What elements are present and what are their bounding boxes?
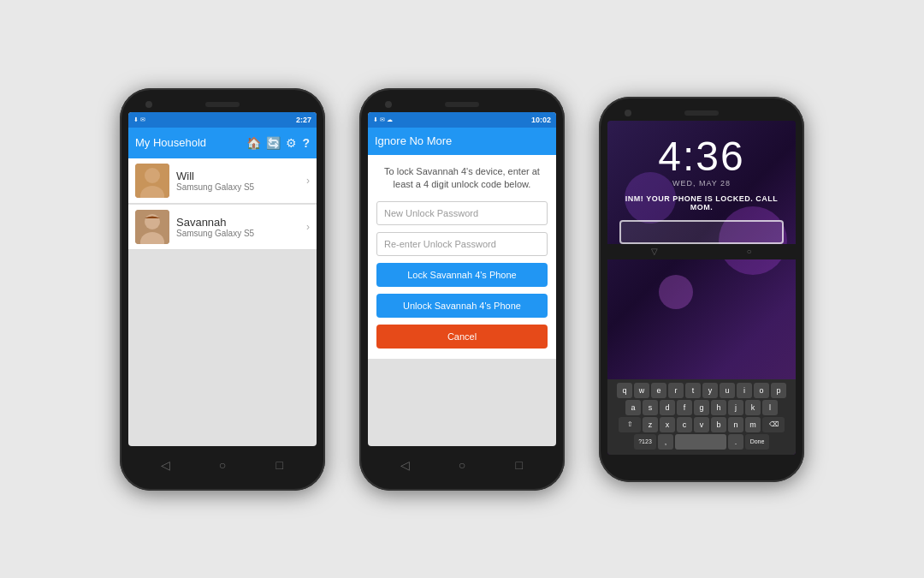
key-v[interactable]: v [694, 417, 709, 432]
user-name-savannah: Savannah [176, 216, 299, 229]
lock-message: INM! YOUR PHONE IS LOCKED. CALL MOM. [607, 194, 796, 212]
key-x[interactable]: x [660, 417, 675, 432]
user-device-savannah: Samsung Galaxy S5 [176, 229, 299, 238]
app-bar-1: My Household 🏠 🔄 ⚙ ? [128, 128, 317, 158]
key-u[interactable]: u [720, 383, 735, 398]
key-r[interactable]: r [668, 383, 684, 398]
lock-keyboard: q w e r t y u i o p a s d f g h [607, 379, 796, 455]
phone-3-screen: 4:36 WED, MAY 28 INM! YOUR PHONE IS LOCK… [607, 121, 796, 455]
reenter-password-input[interactable]: Re-enter Unlock Password [376, 232, 548, 256]
chevron-savannah: › [306, 221, 310, 233]
delete-key[interactable]: ⌫ [762, 417, 785, 432]
lock-input-area [619, 220, 784, 244]
lock-screen: 4:36 WED, MAY 28 INM! YOUR PHONE IS LOCK… [607, 121, 796, 455]
key-o[interactable]: o [754, 383, 769, 398]
comma-key[interactable]: , [658, 434, 673, 450]
lock-home-btn[interactable]: ○ [746, 247, 751, 256]
key-b[interactable]: b [711, 417, 726, 432]
home-button-1[interactable]: ○ [214, 456, 231, 474]
phone-2-screen: ⬇ ✉ ☁ 10:02 Ignore No More To lock Savan… [368, 112, 556, 446]
chevron-will: › [306, 175, 310, 187]
lock-input-box[interactable] [619, 220, 784, 244]
status-icons-left-2: ⬇ ✉ ☁ [373, 116, 393, 123]
key-t[interactable]: t [685, 383, 701, 398]
help-icon-1[interactable]: ? [302, 136, 310, 150]
key-i[interactable]: i [737, 383, 752, 398]
key-n[interactable]: n [728, 417, 743, 432]
user-item-savannah[interactable]: Savannah Samsung Galaxy S5 › [128, 205, 317, 250]
user-info-will: Will Samsung Galaxy S5 [176, 170, 299, 192]
key-q[interactable]: q [617, 383, 632, 398]
user-name-will: Will [176, 170, 299, 182]
key-l[interactable]: l [762, 400, 778, 415]
key-h[interactable]: h [711, 400, 726, 415]
new-password-input[interactable]: New Unlock Password [376, 201, 548, 225]
phone-speaker-2 [445, 102, 479, 107]
lock-back-btn[interactable]: ▽ [651, 247, 658, 256]
keyboard-row-2: a s d f g h j k l [609, 400, 794, 415]
user-item-will[interactable]: Will Samsung Galaxy S5 › [128, 158, 317, 204]
dialog-message: To lock Savannah 4's device, enter at le… [376, 165, 548, 192]
key-e[interactable]: e [651, 383, 666, 398]
dialog-content: To lock Savannah 4's device, enter at le… [368, 155, 556, 360]
key-a[interactable]: a [625, 400, 641, 415]
key-d[interactable]: d [660, 400, 675, 415]
bokeh-3 [659, 275, 693, 309]
avatar-will [135, 164, 169, 198]
key-z[interactable]: z [643, 417, 658, 432]
lock-nav-bar: ▽ ○ [607, 244, 796, 259]
done-key[interactable]: Done [745, 434, 769, 450]
phone-3: 4:36 WED, MAY 28 INM! YOUR PHONE IS LOCK… [599, 97, 804, 482]
back-button-1[interactable]: ◁ [157, 456, 174, 474]
key-s[interactable]: s [643, 400, 658, 415]
phone-1-navbar: ◁ ○ □ [128, 453, 317, 477]
phone-1: ⬇ ✉ 2:27 My Household 🏠 🔄 ⚙ ? [120, 88, 325, 491]
app-bar-2: Ignore No More [368, 128, 556, 155]
symbols-key[interactable]: ?123 [634, 434, 656, 450]
phone-2-navbar: ◁ ○ □ [368, 453, 556, 477]
keyboard-row-4: ?123 , . Done [609, 434, 794, 450]
key-y[interactable]: y [702, 383, 718, 398]
recents-button-2[interactable]: □ [511, 456, 528, 474]
lock-time: 4:36 [607, 136, 796, 177]
space-key[interactable] [675, 434, 726, 450]
phone-3-bottom [607, 462, 796, 468]
home-button-2[interactable]: ○ [453, 456, 471, 474]
cancel-button[interactable]: Cancel [376, 325, 548, 349]
front-camera-2 [385, 101, 392, 108]
user-list-1: Will Samsung Galaxy S5 › [128, 158, 317, 250]
user-info-savannah: Savannah Samsung Galaxy S5 [176, 216, 299, 238]
home-icon-1[interactable]: 🏠 [246, 136, 261, 150]
unlock-phone-button[interactable]: Unlock Savannah 4's Phone [376, 294, 548, 318]
avatar-savannah [135, 210, 169, 244]
refresh-icon-1[interactable]: 🔄 [266, 136, 281, 150]
phone-2-top [368, 102, 556, 107]
lock-time-area: 4:36 WED, MAY 28 [607, 121, 796, 188]
key-w[interactable]: w [634, 383, 649, 398]
lock-phone-button[interactable]: Lock Savannah 4's Phone [376, 263, 548, 287]
period-key[interactable]: . [728, 434, 743, 450]
keyboard-row-3: ⇧ z x c v b n m ⌫ [609, 417, 794, 432]
user-device-will: Samsung Galaxy S5 [176, 182, 299, 192]
shift-key[interactable]: ⇧ [619, 417, 641, 432]
key-g[interactable]: g [694, 400, 709, 415]
phone-speaker-1 [205, 102, 240, 107]
phone-speaker-3 [684, 110, 719, 116]
phone-1-screen: ⬇ ✉ 2:27 My Household 🏠 🔄 ⚙ ? [128, 112, 317, 446]
notification-icons-1: ⬇ ✉ [133, 116, 145, 123]
phone-1-top [128, 102, 317, 107]
settings-icon-1[interactable]: ⚙ [286, 136, 297, 150]
key-f[interactable]: f [677, 400, 692, 415]
app-title-1: My Household [135, 136, 241, 149]
status-icons-left-1: ⬇ ✉ [133, 116, 145, 123]
phone-2: ⬇ ✉ ☁ 10:02 Ignore No More To lock Savan… [359, 88, 565, 491]
key-m[interactable]: m [745, 417, 761, 432]
recents-button-1[interactable]: □ [271, 456, 288, 474]
key-j[interactable]: j [728, 400, 743, 415]
status-time-2: 10:02 [531, 116, 551, 124]
back-button-2[interactable]: ◁ [396, 456, 413, 474]
app-title-2: Ignore No More [375, 134, 452, 147]
key-c[interactable]: c [677, 417, 692, 432]
key-k[interactable]: k [745, 400, 761, 415]
key-p[interactable]: p [771, 383, 786, 398]
